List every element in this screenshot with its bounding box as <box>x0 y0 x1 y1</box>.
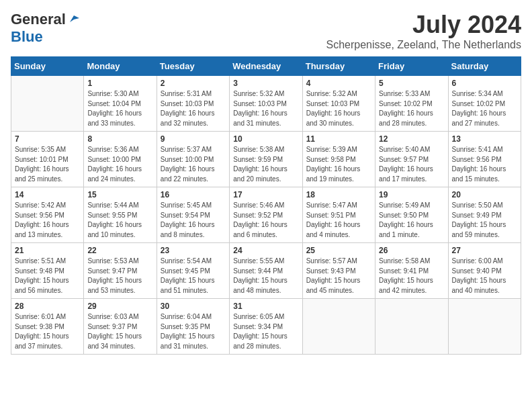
weekday-header-thursday: Thursday <box>302 57 375 76</box>
day-number: 31 <box>233 302 298 311</box>
calendar-cell: 24Sunrise: 5:55 AM Sunset: 9:44 PM Dayli… <box>230 243 302 299</box>
weekday-header-tuesday: Tuesday <box>157 57 229 76</box>
day-info: Sunrise: 5:44 AM Sunset: 9:55 PM Dayligh… <box>87 201 152 240</box>
day-info: Sunrise: 5:35 AM Sunset: 10:01 PM Daylig… <box>15 145 80 184</box>
day-info: Sunrise: 5:54 AM Sunset: 9:45 PM Dayligh… <box>161 257 226 295</box>
day-number: 27 <box>452 246 517 255</box>
calendar-cell: 10Sunrise: 5:38 AM Sunset: 9:59 PM Dayli… <box>230 132 302 187</box>
calendar-cell: 7Sunrise: 5:35 AM Sunset: 10:01 PM Dayli… <box>11 132 84 187</box>
logo-blue-text: Blue <box>11 28 43 46</box>
calendar-week-row: 7Sunrise: 5:35 AM Sunset: 10:01 PM Dayli… <box>11 132 521 187</box>
day-info: Sunrise: 5:38 AM Sunset: 9:59 PM Dayligh… <box>233 145 298 184</box>
day-number: 12 <box>379 134 444 144</box>
calendar-cell: 12Sunrise: 5:40 AM Sunset: 9:57 PM Dayli… <box>375 132 448 187</box>
day-number: 13 <box>452 134 517 144</box>
calendar-cell: 2Sunrise: 5:31 AM Sunset: 10:03 PM Dayli… <box>157 76 229 132</box>
day-number: 15 <box>87 190 152 199</box>
calendar-cell <box>448 299 521 355</box>
calendar-cell: 20Sunrise: 5:50 AM Sunset: 9:49 PM Dayli… <box>448 187 521 243</box>
month-year: July 2024 <box>326 11 521 39</box>
day-number: 17 <box>233 190 298 199</box>
weekday-header-friday: Friday <box>375 57 448 76</box>
day-info: Sunrise: 5:50 AM Sunset: 9:49 PM Dayligh… <box>452 201 517 240</box>
calendar-cell: 4Sunrise: 5:32 AM Sunset: 10:03 PM Dayli… <box>302 76 375 132</box>
day-info: Sunrise: 6:03 AM Sunset: 9:37 PM Dayligh… <box>87 312 152 351</box>
day-number: 7 <box>15 134 80 144</box>
calendar-cell <box>302 299 375 355</box>
day-info: Sunrise: 5:45 AM Sunset: 9:54 PM Dayligh… <box>161 201 226 240</box>
day-info: Sunrise: 5:42 AM Sunset: 9:56 PM Dayligh… <box>15 201 80 240</box>
day-number: 11 <box>306 134 371 144</box>
day-info: Sunrise: 6:04 AM Sunset: 9:35 PM Dayligh… <box>161 312 226 351</box>
day-info: Sunrise: 5:49 AM Sunset: 9:50 PM Dayligh… <box>379 201 444 240</box>
day-number: 26 <box>379 246 444 255</box>
day-number: 22 <box>87 246 152 255</box>
calendar-cell: 6Sunrise: 5:34 AM Sunset: 10:02 PM Dayli… <box>448 76 521 132</box>
calendar-week-row: 28Sunrise: 6:01 AM Sunset: 9:38 PM Dayli… <box>11 299 521 355</box>
day-info: Sunrise: 5:37 AM Sunset: 10:00 PM Daylig… <box>161 145 226 184</box>
day-number: 2 <box>161 79 226 88</box>
day-number: 29 <box>87 302 152 311</box>
logo-bird-icon <box>67 13 79 25</box>
day-info: Sunrise: 6:01 AM Sunset: 9:38 PM Dayligh… <box>15 312 80 351</box>
day-number: 30 <box>161 302 226 311</box>
day-info: Sunrise: 5:32 AM Sunset: 10:03 PM Daylig… <box>233 89 298 128</box>
day-number: 3 <box>233 79 298 88</box>
calendar-cell: 11Sunrise: 5:39 AM Sunset: 9:58 PM Dayli… <box>302 132 375 187</box>
day-number: 24 <box>233 246 298 255</box>
day-number: 23 <box>161 246 226 255</box>
day-number: 16 <box>161 190 226 199</box>
calendar-cell: 1Sunrise: 5:30 AM Sunset: 10:04 PM Dayli… <box>84 76 157 132</box>
day-info: Sunrise: 5:53 AM Sunset: 9:47 PM Dayligh… <box>87 257 152 295</box>
day-info: Sunrise: 5:46 AM Sunset: 9:52 PM Dayligh… <box>233 201 298 240</box>
calendar-cell: 17Sunrise: 5:46 AM Sunset: 9:52 PM Dayli… <box>230 187 302 243</box>
calendar-cell: 9Sunrise: 5:37 AM Sunset: 10:00 PM Dayli… <box>157 132 229 187</box>
day-number: 8 <box>87 134 152 144</box>
day-info: Sunrise: 5:47 AM Sunset: 9:51 PM Dayligh… <box>306 201 371 240</box>
day-number: 28 <box>15 302 80 311</box>
day-number: 9 <box>161 134 226 144</box>
day-number: 5 <box>379 79 444 88</box>
calendar-cell: 3Sunrise: 5:32 AM Sunset: 10:03 PM Dayli… <box>230 76 302 132</box>
calendar-week-row: 21Sunrise: 5:51 AM Sunset: 9:48 PM Dayli… <box>11 243 521 299</box>
calendar-week-row: 14Sunrise: 5:42 AM Sunset: 9:56 PM Dayli… <box>11 187 521 243</box>
calendar-cell: 31Sunrise: 6:05 AM Sunset: 9:34 PM Dayli… <box>230 299 302 355</box>
day-number: 14 <box>15 190 80 199</box>
calendar-cell: 30Sunrise: 6:04 AM Sunset: 9:35 PM Dayli… <box>157 299 229 355</box>
weekday-header-row: SundayMondayTuesdayWednesdayThursdayFrid… <box>11 57 521 76</box>
day-number: 10 <box>233 134 298 144</box>
day-info: Sunrise: 5:31 AM Sunset: 10:03 PM Daylig… <box>161 89 226 128</box>
day-number: 6 <box>452 79 517 88</box>
calendar-cell: 28Sunrise: 6:01 AM Sunset: 9:38 PM Dayli… <box>11 299 84 355</box>
calendar-cell: 8Sunrise: 5:36 AM Sunset: 10:00 PM Dayli… <box>84 132 157 187</box>
day-number: 21 <box>15 246 80 255</box>
day-number: 25 <box>306 246 371 255</box>
day-info: Sunrise: 5:41 AM Sunset: 9:56 PM Dayligh… <box>452 145 517 184</box>
calendar-table: SundayMondayTuesdayWednesdayThursdayFrid… <box>11 56 521 355</box>
day-number: 20 <box>452 190 517 199</box>
calendar-cell: 27Sunrise: 6:00 AM Sunset: 9:40 PM Dayli… <box>448 243 521 299</box>
title-block: July 2024 Scherpenisse, Zeeland, The Net… <box>326 11 521 51</box>
calendar-cell <box>375 299 448 355</box>
weekday-header-saturday: Saturday <box>448 57 521 76</box>
calendar-cell: 16Sunrise: 5:45 AM Sunset: 9:54 PM Dayli… <box>157 187 229 243</box>
day-info: Sunrise: 5:40 AM Sunset: 9:57 PM Dayligh… <box>379 145 444 184</box>
day-info: Sunrise: 5:51 AM Sunset: 9:48 PM Dayligh… <box>15 257 80 295</box>
day-info: Sunrise: 6:00 AM Sunset: 9:40 PM Dayligh… <box>452 257 517 295</box>
calendar-week-row: 1Sunrise: 5:30 AM Sunset: 10:04 PM Dayli… <box>11 76 521 132</box>
weekday-header-sunday: Sunday <box>11 57 84 76</box>
day-info: Sunrise: 5:55 AM Sunset: 9:44 PM Dayligh… <box>233 257 298 295</box>
day-info: Sunrise: 5:39 AM Sunset: 9:58 PM Dayligh… <box>306 145 371 184</box>
day-info: Sunrise: 5:32 AM Sunset: 10:03 PM Daylig… <box>306 89 371 128</box>
day-info: Sunrise: 5:36 AM Sunset: 10:00 PM Daylig… <box>87 145 152 184</box>
day-info: Sunrise: 5:33 AM Sunset: 10:02 PM Daylig… <box>379 89 444 128</box>
day-info: Sunrise: 6:05 AM Sunset: 9:34 PM Dayligh… <box>233 312 298 351</box>
weekday-header-monday: Monday <box>84 57 157 76</box>
day-number: 18 <box>306 190 371 199</box>
weekday-header-wednesday: Wednesday <box>230 57 302 76</box>
day-number: 1 <box>87 79 152 88</box>
location: Scherpenisse, Zeeland, The Netherlands <box>326 39 521 51</box>
logo: General Blue <box>11 11 79 46</box>
day-info: Sunrise: 5:30 AM Sunset: 10:04 PM Daylig… <box>87 89 152 128</box>
calendar-cell: 26Sunrise: 5:58 AM Sunset: 9:41 PM Dayli… <box>375 243 448 299</box>
